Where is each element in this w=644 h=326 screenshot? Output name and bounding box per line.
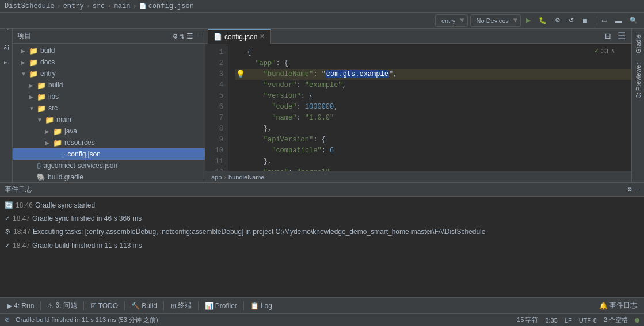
problems-tool-btn[interactable]: ⚠ 6: 问题 bbox=[44, 300, 80, 312]
editor-panel: 📄 config.json ✕ ⊟ ☰ 1234567891011121314 … bbox=[205, 29, 631, 182]
breadcrumb-part-4[interactable]: config.json bbox=[148, 2, 194, 10]
folder-icon-entry-src-main: 📁 bbox=[45, 116, 54, 124]
device-selector[interactable]: entry bbox=[439, 16, 458, 25]
tree-label-entry-src-main-java: java bbox=[64, 127, 77, 135]
debug-button[interactable]: 🐛 bbox=[536, 16, 550, 25]
attach-button[interactable]: ⚙ bbox=[552, 16, 563, 25]
todo-label: TODO bbox=[98, 302, 118, 310]
tree-label-config-json: config.json bbox=[67, 150, 100, 158]
code-line-2: "app": { bbox=[235, 58, 631, 69]
tool-sep-5 bbox=[198, 301, 199, 310]
log-time-1: 18:47 bbox=[13, 214, 30, 223]
code-line-1: { bbox=[235, 47, 631, 58]
line-gutter-3: 💡 bbox=[235, 69, 247, 80]
tree-label-entry: entry bbox=[40, 70, 56, 78]
log-tool-btn[interactable]: 📋 Log bbox=[247, 301, 276, 311]
bottom-settings-icon[interactable]: ⚙ bbox=[628, 185, 632, 194]
tree-label-build-gradle: build.gradle bbox=[48, 173, 83, 181]
editor-bc-1: app bbox=[211, 174, 222, 181]
no-devices-btn[interactable]: No Devices bbox=[474, 16, 512, 25]
no-devices-group: No Devices ▼ bbox=[470, 14, 521, 27]
tree-item-entry-src-main-resources[interactable]: ▶📁resources bbox=[13, 137, 205, 148]
previewer-tab[interactable]: 3: Previewer bbox=[634, 59, 643, 101]
editor-split-btn[interactable]: ⊟ bbox=[601, 30, 614, 42]
code-text-8: }, bbox=[247, 124, 631, 135]
tree-item-build-root[interactable]: ▶📁build bbox=[13, 45, 205, 56]
status-text: Gradle build finished in 11 s 113 ms (53… bbox=[16, 316, 512, 324]
line-number-4: 4 bbox=[205, 80, 228, 91]
tool-sep-6 bbox=[243, 301, 244, 310]
breadcrumb-part-0[interactable]: DistSchedule bbox=[5, 2, 54, 10]
tab-close-btn[interactable]: ✕ bbox=[260, 33, 265, 40]
build-tool-btn[interactable]: 🔨 Build bbox=[128, 301, 161, 311]
breadcrumb-part-3[interactable]: main bbox=[114, 2, 131, 10]
tree-item-entry-src-main[interactable]: ▼📁main bbox=[13, 114, 205, 125]
run-button[interactable]: ▶ bbox=[523, 16, 534, 25]
left-tab-2[interactable]: 2: bbox=[2, 40, 11, 55]
device-group: entry ▼ bbox=[435, 14, 468, 27]
code-line-4: "vendor": "example", bbox=[235, 80, 631, 91]
tree-item-config-json[interactable]: {}config.json bbox=[13, 148, 205, 160]
sidebar-config-icon[interactable]: ☰ bbox=[186, 32, 193, 41]
breadcrumb-part-1[interactable]: entry bbox=[63, 2, 84, 10]
reload-button[interactable]: ↺ bbox=[566, 16, 577, 25]
todo-tool-btn[interactable]: ☑ TODO bbox=[87, 301, 121, 311]
log-text-0: Gradle sync started bbox=[35, 201, 95, 209]
sidebar-minimize-icon[interactable]: — bbox=[196, 32, 200, 41]
event-log-btn[interactable]: 🔔 事件日志 bbox=[596, 300, 641, 312]
search-button[interactable]: 🔍 bbox=[627, 16, 641, 25]
tree-label-entry-src: src bbox=[48, 104, 58, 112]
code-text-1: { bbox=[247, 47, 631, 58]
log-icon-3: ✓ bbox=[5, 241, 10, 250]
code-text-11: }, bbox=[247, 156, 631, 167]
tree-item-docs[interactable]: ▶📁docs bbox=[13, 56, 205, 68]
profiler-tool-btn[interactable]: 📊 Profiler bbox=[201, 301, 241, 311]
code-area[interactable]: { "app": {💡 "bundleName": "com.gts.examp… bbox=[228, 44, 631, 171]
sidebar-settings-icon[interactable]: ⚙ bbox=[173, 32, 178, 41]
editor-tab-config-json[interactable]: 📄 config.json ✕ bbox=[208, 29, 271, 44]
layout-btn-2[interactable]: ▬ bbox=[612, 16, 624, 25]
file-tree: ▶📁build▶📁docs▼📁entry▶📁build▶📁libs▼📁src▼📁… bbox=[13, 44, 205, 182]
tree-item-entry-src[interactable]: ▼📁src bbox=[13, 102, 205, 114]
editor-content[interactable]: 1234567891011121314 { "app": {💡 "bundleN… bbox=[205, 44, 631, 171]
tree-item-build-gradle[interactable]: 🐘build.gradle bbox=[13, 171, 205, 182]
event-log-icon: 🔔 bbox=[599, 302, 608, 310]
layout-btn-1[interactable]: ▭ bbox=[599, 16, 610, 25]
tab-file-icon: 📄 bbox=[214, 33, 222, 41]
tree-label-entry-src-main-resources: resources bbox=[64, 139, 95, 147]
tree-toggle-entry-src-main-resources: ▶ bbox=[45, 140, 53, 146]
right-sidebar: Gradle 3: Previewer bbox=[631, 29, 644, 182]
code-line-9: "apiVersion": { bbox=[235, 135, 631, 145]
bottom-panel-actions: ⚙ — bbox=[628, 185, 639, 194]
breadcrumb-part-2[interactable]: src bbox=[93, 2, 105, 10]
tree-toggle-docs: ▶ bbox=[21, 59, 29, 66]
tree-item-agconnect[interactable]: {}agconnect-services.json bbox=[13, 160, 205, 171]
run-tool-btn[interactable]: ▶ 4: Run bbox=[3, 301, 37, 311]
run-label: 4: Run bbox=[14, 302, 34, 310]
sidebar-sync-icon[interactable]: ⇅ bbox=[180, 32, 184, 41]
status-icon: ⊘ bbox=[5, 316, 10, 324]
bottom-panel: 事件日志 ⚙ — 🔄18:46Gradle sync started✓18:47… bbox=[0, 182, 644, 297]
terminal-tool-btn[interactable]: ⊞ 终端 bbox=[167, 300, 195, 312]
code-line-7: "name": "1.0.0" bbox=[235, 113, 631, 124]
gradle-tab[interactable]: Gradle bbox=[634, 31, 643, 57]
left-tab-structure[interactable]: 结 bbox=[1, 31, 12, 40]
tree-item-entry-src-main-java[interactable]: ▶📁java bbox=[13, 125, 205, 137]
log-label: Log bbox=[261, 302, 272, 310]
tree-item-entry[interactable]: ▼📁entry bbox=[13, 68, 205, 79]
line-count: ✓ 33 ∧ bbox=[594, 47, 615, 55]
code-text-7: "name": "1.0.0" bbox=[247, 113, 631, 124]
tree-item-entry-libs[interactable]: ▶📁libs bbox=[13, 91, 205, 102]
bottom-minimize-icon[interactable]: — bbox=[635, 185, 639, 194]
stop-button[interactable]: ⏹ bbox=[579, 16, 591, 25]
tree-item-entry-build[interactable]: ▶📁build bbox=[13, 79, 205, 91]
problems-icon: ⚠ bbox=[47, 302, 54, 310]
tool-sep-1 bbox=[40, 301, 41, 310]
left-tab-7[interactable]: 7: bbox=[2, 55, 11, 69]
line-number-3: 3 bbox=[205, 69, 228, 80]
editor-menu-btn[interactable]: ☰ bbox=[614, 30, 629, 42]
log-entry-2: ⚙18:47Executing tasks: [:entry:assembleD… bbox=[5, 225, 639, 239]
lightbulb-icon[interactable]: 💡 bbox=[236, 69, 245, 80]
log-time-0: 18:46 bbox=[16, 201, 33, 209]
code-line-5: "version": { bbox=[235, 91, 631, 102]
